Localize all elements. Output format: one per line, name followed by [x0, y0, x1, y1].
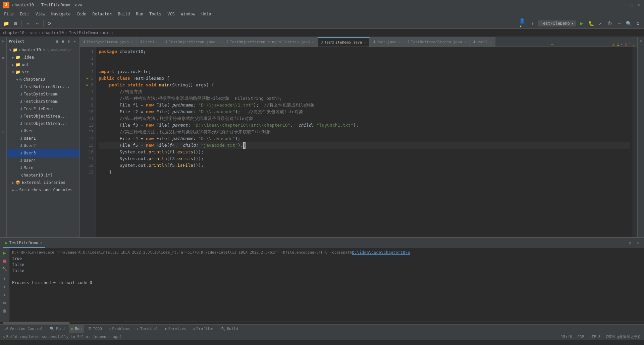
project-collapse-btn[interactable]: ⊟ [54, 39, 59, 44]
maximize-button[interactable]: □ [629, 2, 635, 8]
run-config-selector[interactable]: TestFileDemo ▾ [538, 20, 576, 26]
menu-window[interactable]: Window [178, 11, 198, 17]
breadcrumb-main[interactable]: main [103, 30, 113, 35]
tree-user3[interactable]: J User3 [7, 149, 79, 157]
tab-testbytestream[interactable]: J TestByteStream.java ✕ [80, 37, 137, 47]
run-scrollbar-thumb[interactable] [3, 322, 70, 324]
menu-view[interactable]: View [33, 11, 48, 17]
tree-user1[interactable]: J User1 [7, 135, 79, 142]
toolbar-sync[interactable]: ⟳ [46, 19, 54, 27]
bottom-tab-services[interactable]: ◆ Services [162, 325, 189, 333]
menu-help[interactable]: Help [199, 11, 214, 17]
tab-user-close[interactable]: ✕ [398, 40, 400, 44]
menu-edit[interactable]: Edit [17, 11, 32, 17]
command-link[interactable]: D:\idea\code\chapter10\o [352, 250, 410, 256]
search-everywhere-button[interactable]: 🔍 [625, 19, 633, 27]
toolbar-project-icon[interactable]: 📁 [2, 19, 10, 27]
tab-more-button[interactable]: ⋯ [549, 42, 556, 47]
tab-testobjectcollection-close[interactable]: ✕ [312, 40, 314, 44]
tab-testobjectstream-close[interactable]: ✕ [217, 40, 219, 44]
bottom-tab-version-control[interactable]: ⎇ Version Control [1, 325, 46, 333]
run-down-icon[interactable]: ↓ [1, 291, 8, 298]
run-rerun-icon[interactable]: ▶ [1, 250, 8, 256]
run-stop-icon[interactable]: ⏹ [1, 258, 8, 264]
tree-scratches[interactable]: ▶ ✏ Scratches and Consoles [7, 186, 79, 194]
tree-testobjectstream2[interactable]: J TestObjectStrea... [7, 120, 79, 127]
tree-idea[interactable]: ▶ 📁 .idea [7, 54, 79, 61]
run-filter-icon[interactable]: ⊡ [1, 299, 8, 306]
tab-testfiledemo[interactable]: J TestFileDemo.java ✕ [318, 37, 370, 47]
debug-button[interactable]: 🐛 [587, 19, 595, 27]
project-close-icon[interactable]: ✕ [72, 39, 77, 44]
toolbar-bookmark[interactable]: ⊟ [11, 19, 19, 27]
run-up-icon[interactable]: ↑ [1, 283, 8, 290]
tab-user[interactable]: J User.java ✕ [370, 37, 404, 47]
bottom-tab-problems[interactable]: ⚠ Problems [106, 325, 133, 333]
bottom-tab-find[interactable]: 🔍 Find [47, 325, 67, 333]
tab-user2[interactable]: J User2 ✕ [470, 37, 495, 47]
tree-root[interactable]: ▼ 📁 chapter10 D:\idea\code\c [7, 46, 79, 54]
tree-testobjectstream1[interactable]: J TestObjectStrea... [7, 113, 79, 120]
bottom-tab-todo[interactable]: ☰ TODO [86, 325, 105, 333]
tab-user1[interactable]: J User1 ✕ [137, 37, 162, 47]
breadcrumb-chapter10[interactable]: chapter10 [3, 30, 24, 35]
run-line5-icon[interactable]: ▶ [87, 75, 89, 82]
settings-button[interactable]: ⚙ [634, 19, 642, 27]
tree-user2[interactable]: J User2 [7, 142, 79, 149]
bottom-tab-profiler[interactable]: ⊙ Profiler [190, 325, 217, 333]
profile-button[interactable]: ⏱ [606, 19, 614, 27]
bookmarks-icon[interactable]: B [0, 55, 6, 61]
expand-icon[interactable]: ⌃ [629, 42, 631, 47]
menu-run[interactable]: Run [133, 11, 146, 17]
run-tab-testfiledemo[interactable]: ▶ TestFileDemo ✕ [3, 238, 45, 248]
tree-chapter10-pkg[interactable]: ▼ ◎ chapter10 [7, 76, 79, 83]
run-settings-icon[interactable]: ⚙ [627, 240, 633, 247]
run-tab-close-icon[interactable]: ✕ [40, 241, 42, 245]
tab-testobjectstream[interactable]: J TestObjectStream.java ✕ [162, 37, 223, 47]
tree-testbytestream[interactable]: J TestByteStream [7, 90, 79, 98]
tree-user[interactable]: J User [7, 127, 79, 135]
tab-testfiledemo-close[interactable]: ✕ [364, 41, 366, 44]
collapse-icon[interactable]: ⌄ [632, 42, 635, 47]
project-icon[interactable]: P [0, 38, 6, 44]
menu-tools[interactable]: Tools [147, 11, 164, 17]
menu-file[interactable]: File [1, 11, 16, 17]
project-gear-icon[interactable]: ⚙ [66, 39, 71, 44]
tree-testfiledemo[interactable]: J TestFileDemo [7, 105, 79, 113]
toolbar-sep-btn[interactable]: ⋯ [615, 19, 623, 27]
tab-user1-close[interactable]: ✕ [156, 40, 158, 44]
minimize-button[interactable]: ─ [623, 2, 628, 8]
menu-vcs[interactable]: VCS [165, 11, 177, 17]
toolbar-vcs-btn[interactable]: ↑ [529, 19, 537, 27]
editor-scrollbar[interactable] [633, 47, 637, 237]
toolbar-redo[interactable]: ↪ [33, 19, 41, 27]
editor-content[interactable]: 1 2 3 4 ▶5 ▶6 7 8 9 10 11 12 13 [80, 47, 637, 237]
bottom-tab-build[interactable]: 🔨 Build [218, 325, 240, 333]
close-button[interactable]: ✕ [636, 2, 641, 8]
tab-testbuffered-close[interactable]: ✕ [464, 40, 466, 44]
tree-external-libs[interactable]: ▶ 📦 External Libraries [7, 179, 79, 186]
bottom-tab-run[interactable]: ▶ Run [69, 325, 85, 333]
project-expand-btn[interactable]: ⊞ [60, 39, 65, 44]
tab-testbufferedstream[interactable]: J TestBufferedStream.java ✕ [404, 37, 470, 47]
coverage-button[interactable]: ✓ [596, 19, 604, 27]
menu-code[interactable]: Code [74, 11, 89, 17]
tree-src[interactable]: ▼ 📁 src [7, 68, 79, 76]
notifications-icon[interactable]: N [638, 38, 644, 44]
breadcrumb-chapter10-2[interactable]: chapter10 [42, 30, 64, 35]
run-line6-icon[interactable]: ▶ [87, 82, 89, 88]
tree-iml[interactable]: ⋮ chapter10.iml [7, 171, 79, 179]
tree-user4[interactable]: J User4 [7, 157, 79, 164]
run-scrollbar[interactable] [0, 322, 644, 324]
tree-testcharstream[interactable]: J TestCharStream [7, 98, 79, 105]
menu-refactor[interactable]: Refactor [90, 11, 114, 17]
toolbar-profile-btn[interactable]: 👤▾ [519, 19, 527, 27]
toolbar-undo[interactable]: ↩ [24, 19, 32, 27]
tab-user2-close[interactable]: ✕ [490, 40, 492, 44]
run-clear-icon[interactable]: 🗑 [1, 307, 8, 314]
structure-icon[interactable]: S [0, 129, 6, 135]
code-editor[interactable]: package chapter10; import java.io.File; … [96, 47, 633, 237]
breadcrumb-src[interactable]: src [30, 30, 37, 35]
run-scroll-end-icon[interactable]: ⬇ [1, 275, 8, 282]
tab-testbytestream-close[interactable]: ✕ [131, 40, 133, 44]
